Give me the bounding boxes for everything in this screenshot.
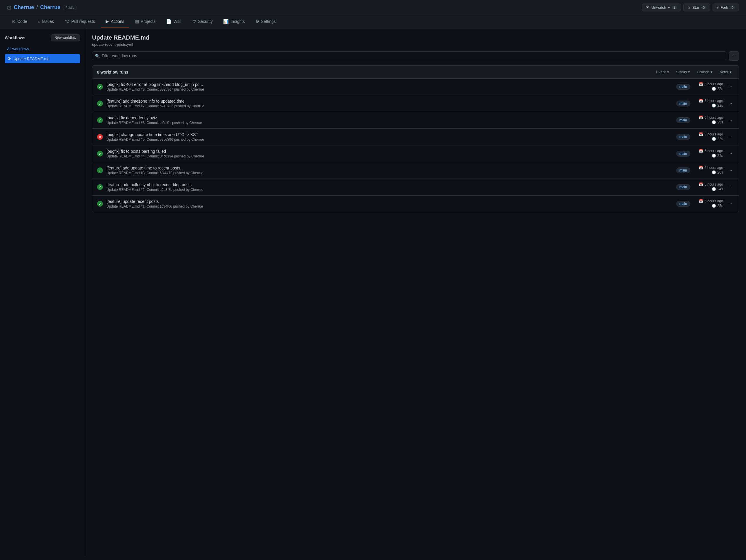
tab-pull-requests[interactable]: ⌥Pull requests — [60, 15, 100, 28]
actions-tab-icon: ▶ — [106, 19, 109, 24]
run-status-icon: ✓ — [97, 100, 103, 107]
repo-org-link[interactable]: Cherrue — [14, 4, 34, 10]
run-meta: Update README.md #6: Commit cf0df01 push… — [107, 121, 673, 125]
run-time-ago-line: 📅 6 hours ago — [694, 82, 723, 86]
repo-header: ⊡ Cherrue / Cherrue Public 👁 Unwatch ▾ 1… — [0, 0, 746, 15]
sidebar-item-update-readme[interactable]: ⟳Update README.md — [5, 54, 80, 63]
run-more-button[interactable]: ··· — [727, 100, 734, 107]
run-more-button[interactable]: ··· — [727, 83, 734, 91]
run-time: 📅 6 hours ago 🕐 23s — [694, 82, 723, 91]
chevron-down-icon: ▾ — [667, 70, 669, 74]
projects-tab-icon: ▦ — [135, 19, 139, 24]
filter-actor-button[interactable]: Actor▾ — [717, 68, 734, 75]
filter-more-button[interactable]: ··· — [729, 51, 739, 61]
runs-filters: Event▾Status▾Branch▾Actor▾ — [654, 68, 734, 75]
unwatch-button[interactable]: 👁 Unwatch ▾ 1 — [642, 3, 681, 11]
run-status-icon: ✓ — [97, 201, 103, 207]
run-title[interactable]: [feature] add update time to recent post… — [107, 166, 673, 170]
table-row[interactable]: ✓ [bugfix] fix to posts parsing failed U… — [92, 145, 739, 162]
sidebar-header: Workflows New workflow — [5, 34, 80, 41]
clock-icon: 🕐 — [712, 104, 716, 108]
tab-code[interactable]: ⊙Code — [7, 15, 32, 28]
table-row[interactable]: ✓ [bugfix] fix 404 error at blog link\na… — [92, 79, 739, 95]
run-duration-line: 🕐 22s — [694, 154, 723, 158]
fork-button[interactable]: ⑂ Fork 0 — [713, 3, 739, 11]
filter-event-button[interactable]: Event▾ — [654, 68, 671, 75]
run-branch-badge[interactable]: main — [676, 151, 690, 156]
table-row[interactable]: ✓ [feature] add timezone info to updated… — [92, 95, 739, 112]
run-title[interactable]: [bugfix] fix to posts parsing failed — [107, 149, 673, 154]
run-more-button[interactable]: ··· — [727, 183, 734, 191]
run-branch-badge[interactable]: main — [676, 201, 690, 207]
clock-icon: 🕐 — [712, 120, 716, 124]
run-status-icon: ✓ — [97, 84, 103, 90]
run-time: 📅 6 hours ago 🕐 22s — [694, 132, 723, 142]
run-status-icon: ✓ — [97, 151, 103, 156]
actions-tab-label: Actions — [111, 19, 124, 24]
nav-tabs: ⊙Code○Issues⌥Pull requests▶Actions▦Proje… — [0, 15, 746, 28]
run-more-button[interactable]: ··· — [727, 150, 734, 157]
filter-branch-label: Branch — [697, 70, 709, 74]
tab-actions[interactable]: ▶Actions — [101, 15, 129, 28]
workflow-icon: ⟳ — [8, 56, 11, 61]
run-branch-badge[interactable]: main — [676, 117, 690, 123]
run-branch-badge[interactable]: main — [676, 134, 690, 140]
table-row[interactable]: ✓ [feature] add bullet symbol to recent … — [92, 179, 739, 196]
run-more-button[interactable]: ··· — [727, 200, 734, 208]
calendar-icon: 📅 — [699, 82, 703, 86]
run-title[interactable]: [feature] add timezone info to updated t… — [107, 99, 673, 104]
fork-label: Fork — [720, 5, 728, 10]
star-button[interactable]: ☆ Star 0 — [683, 3, 710, 11]
run-time-ago: 6 hours ago — [705, 149, 723, 153]
run-more-button[interactable]: ··· — [727, 167, 734, 174]
run-time: 📅 6 hours ago 🕐 22s — [694, 99, 723, 108]
sidebar-all-workflows-link[interactable]: All workflows — [5, 45, 80, 53]
tab-issues[interactable]: ○Issues — [33, 15, 59, 28]
tab-wiki[interactable]: 📄Wiki — [161, 15, 185, 28]
star-label: Star — [692, 5, 699, 10]
filter-status-button[interactable]: Status▾ — [674, 68, 693, 75]
new-workflow-button[interactable]: New workflow — [51, 34, 80, 41]
run-title[interactable]: [feature] add bullet symbol to recent bl… — [107, 182, 673, 187]
run-branch-badge[interactable]: main — [676, 184, 690, 190]
wiki-tab-icon: 📄 — [166, 19, 172, 24]
filter-input[interactable] — [92, 51, 726, 60]
run-info: [feature] add timezone info to updated t… — [107, 99, 673, 108]
content-title: Update README.md — [92, 34, 739, 41]
run-title[interactable]: [feature] update recent posts — [107, 199, 673, 204]
run-title[interactable]: [bugfix] fix dependency pytz — [107, 116, 673, 120]
tab-projects[interactable]: ▦Projects — [130, 15, 161, 28]
run-time-ago-line: 📅 6 hours ago — [694, 182, 723, 186]
calendar-icon: 📅 — [699, 116, 703, 120]
run-more-button[interactable]: ··· — [727, 116, 734, 124]
repo-icon: ⊡ — [7, 4, 11, 11]
table-row[interactable]: ✓ [bugfix] fix dependency pytz Update RE… — [92, 112, 739, 129]
repo-name-link[interactable]: Cherrue — [40, 4, 60, 10]
tab-security[interactable]: 🛡Security — [187, 15, 218, 28]
run-meta: Update README.md #2: Commit a9d3f8b push… — [107, 188, 673, 192]
run-more-button[interactable]: ··· — [727, 133, 734, 141]
table-row[interactable]: ✓ [feature] add update time to recent po… — [92, 162, 739, 179]
run-branch-badge[interactable]: main — [676, 168, 690, 173]
clock-icon: 🕐 — [712, 87, 716, 91]
run-info: [bugfix] fix dependency pytz Update READ… — [107, 116, 673, 125]
run-time-ago-line: 📅 6 hours ago — [694, 166, 723, 170]
run-title[interactable]: [bugfix] change update time timezone UTC… — [107, 132, 673, 137]
table-row[interactable]: ✕ [bugfix] change update time timezone U… — [92, 129, 739, 145]
runs-table-header: 8 workflow runs Event▾Status▾Branch▾Acto… — [92, 66, 739, 79]
table-row[interactable]: ✓ [feature] update recent posts Update R… — [92, 196, 739, 212]
run-branch-badge[interactable]: main — [676, 84, 690, 90]
chevron-down-icon: ▾ — [729, 70, 731, 74]
run-time-ago: 6 hours ago — [705, 182, 723, 186]
filter-status-label: Status — [676, 70, 687, 74]
calendar-icon: 📅 — [699, 99, 703, 103]
tab-settings[interactable]: ⚙Settings — [251, 15, 281, 28]
tab-insights[interactable]: 📊Insights — [219, 15, 249, 28]
run-title[interactable]: [bugfix] fix 404 error at blog link\nadd… — [107, 82, 673, 87]
sidebar-workflows-title: Workflows — [5, 35, 26, 40]
run-branch-badge[interactable]: main — [676, 100, 690, 107]
chevron-down-icon: ▾ — [688, 70, 690, 74]
runs-list: ✓ [bugfix] fix 404 error at blog link\na… — [92, 79, 739, 212]
clock-icon: 🕐 — [712, 187, 716, 191]
filter-branch-button[interactable]: Branch▾ — [695, 68, 715, 75]
